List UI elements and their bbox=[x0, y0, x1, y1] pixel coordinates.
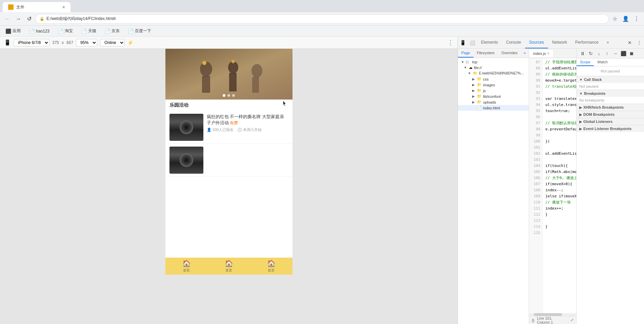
pause-on-exceptions-button[interactable]: ⏹ bbox=[628, 50, 635, 57]
home-icon-1: 🏠 bbox=[182, 259, 191, 267]
tree-item-css[interactable]: ▶ 📁 css bbox=[458, 76, 529, 82]
tree-item-file[interactable]: ▼ ☁ file:// bbox=[458, 65, 529, 70]
step-out-button[interactable]: ↑ bbox=[604, 50, 610, 57]
file-index-icon: 📄 bbox=[477, 106, 482, 110]
tree-arrow-file: ▼ bbox=[463, 66, 467, 70]
profile-button[interactable]: 👤 bbox=[621, 14, 630, 24]
performance-tab[interactable]: Performance bbox=[571, 37, 603, 48]
tree-arrow-js: ▶ bbox=[471, 89, 476, 93]
overrides-tab[interactable]: Overrides bbox=[498, 49, 521, 58]
breakpoints-header[interactable]: ▼ Breakpoints bbox=[577, 90, 644, 97]
xhr-arrow: ▶ bbox=[579, 106, 582, 109]
back-button[interactable]: ← bbox=[3, 14, 12, 24]
code-scrollbar-thumb[interactable] bbox=[534, 313, 562, 316]
bookmark-baidu[interactable]: 📄 百度一下 bbox=[125, 27, 154, 35]
code-content[interactable]: // 手指滑动轮播图 ul.addEventListener('touchmov… bbox=[543, 58, 576, 313]
pause-button[interactable]: ⏸ bbox=[579, 50, 586, 57]
tree-item-path[interactable]: ▼ 📁 E:/web%E5%89%8D%E7%AB%AF%E4% bbox=[458, 70, 529, 76]
elements-tab[interactable]: Elements bbox=[477, 37, 502, 48]
inspect-element-button[interactable]: 📱 bbox=[458, 38, 467, 47]
sources-tab[interactable]: Sources bbox=[525, 37, 548, 48]
line-numbers: 8788899091929394959697989910010110210310… bbox=[529, 58, 543, 313]
menu-button[interactable]: ⋮ bbox=[632, 14, 641, 24]
more-tabs[interactable]: » bbox=[603, 37, 613, 48]
step-into-button[interactable]: ↓ bbox=[596, 50, 602, 57]
line-number: 115 bbox=[529, 230, 542, 236]
code-line: // 取消默认滑动屏幕行为 bbox=[545, 121, 573, 127]
bookmark-tianmao[interactable]: 📄 天猫 bbox=[78, 27, 99, 35]
call-stack-header[interactable]: ▼ Call Stack bbox=[577, 76, 644, 83]
star-button[interactable]: ☆ bbox=[610, 14, 620, 24]
scope-tab[interactable]: Scope bbox=[577, 59, 594, 66]
code-line bbox=[545, 157, 573, 163]
global-listeners-header[interactable]: ▶ Global Listeners bbox=[577, 118, 644, 125]
section-title-text: 乐园活动 bbox=[169, 102, 188, 108]
step-button[interactable]: → bbox=[612, 50, 619, 57]
tab-close-button[interactable]: × bbox=[62, 4, 65, 10]
address-bar[interactable]: 🔒 E:/web前端代码/day14/FC/index.html# bbox=[35, 14, 609, 24]
code-line bbox=[545, 90, 573, 96]
devtools-main-tabs: Elements Console Sources Network Perform… bbox=[477, 37, 613, 48]
code-tab-close[interactable]: × bbox=[547, 51, 549, 56]
code-line bbox=[545, 145, 573, 151]
line-number: 103 bbox=[529, 157, 542, 163]
device-mode-button[interactable]: ⬜ bbox=[467, 38, 477, 47]
tianmao-icon: 📄 bbox=[81, 28, 87, 34]
bottom-nav-item-1[interactable]: 🏠 首页 bbox=[165, 259, 208, 273]
bottom-nav-item-2[interactable]: 🏠 首页 bbox=[208, 259, 250, 273]
device-toolbar-menu[interactable]: ⋮ bbox=[447, 39, 454, 46]
bookmark-apps-label: 应用 bbox=[13, 28, 21, 34]
network-tab[interactable]: Network bbox=[548, 37, 571, 48]
format-braces[interactable]: {} bbox=[532, 318, 534, 322]
code-editor-tab-indexjs[interactable]: index.js × bbox=[529, 50, 554, 57]
devtools-close-button[interactable]: ✕ bbox=[625, 38, 635, 47]
console-tab[interactable]: Console bbox=[502, 37, 525, 48]
code-line: index++; bbox=[545, 206, 573, 212]
sources-more-tabs[interactable]: » bbox=[521, 49, 528, 58]
xhr-breakpoints-header[interactable]: ▶ XHR/fetch Breakpoints bbox=[577, 104, 644, 111]
line-number: 87 bbox=[529, 60, 542, 66]
bookmark-apps[interactable]: ⬛ 应用 bbox=[3, 27, 23, 35]
code-scrollbar[interactable] bbox=[529, 313, 576, 316]
deactivate-breakpoints-button[interactable]: ⬛ bbox=[620, 50, 627, 57]
bookmark-jd[interactable]: 📄 京东 bbox=[102, 27, 122, 35]
page-tab[interactable]: Page bbox=[458, 49, 474, 58]
tree-item-index-html[interactable]: 📄 index.html bbox=[458, 105, 529, 111]
dom-breakpoints-header[interactable]: ▶ DOM Breakpoints bbox=[577, 111, 644, 118]
home-label-2: 首页 bbox=[225, 268, 232, 273]
home-icon-2: 🏠 bbox=[225, 259, 233, 267]
browser-tab[interactable]: 文件 × bbox=[3, 2, 71, 12]
tree-label-index: index.html bbox=[483, 106, 500, 110]
tree-item-images[interactable]: ▶ 📁 images bbox=[458, 82, 529, 88]
devtools-dock-button[interactable]: ⋮ bbox=[635, 38, 644, 47]
tree-arrow-index bbox=[471, 106, 476, 110]
line-number: 112 bbox=[529, 212, 542, 218]
bookmark-hao123[interactable]: 📄 hao123 bbox=[26, 27, 52, 35]
code-area[interactable]: 8788899091929394959697989910010110210310… bbox=[529, 58, 576, 313]
bookmark-hao123-label: hao123 bbox=[36, 29, 49, 34]
zoom-select[interactable]: 95% bbox=[76, 39, 97, 46]
filesystem-tab[interactable]: Filesystem bbox=[474, 49, 498, 58]
tree-item-lib[interactable]: ▶ 📁 lib/iconfont bbox=[458, 93, 529, 99]
browser-toolbar: ← → ↺ 🔒 E:/web前端代码/day14/FC/index.html# … bbox=[0, 12, 644, 26]
tree-item-top[interactable]: ▼ □ top bbox=[458, 59, 529, 65]
tree-item-uploads[interactable]: ▶ 📁 uploads bbox=[458, 99, 529, 105]
code-line: if(Math.abs(moveX)>liSt bbox=[545, 169, 573, 175]
bottom-nav: 🏠 首页 🏠 首页 🏠 首页 bbox=[165, 258, 293, 275]
step-over-button[interactable]: ↻ bbox=[587, 50, 594, 57]
bottom-nav-item-3[interactable]: 🏠 首页 bbox=[250, 259, 293, 273]
tree-item-js[interactable]: ▶ 📁 js bbox=[458, 88, 529, 93]
line-number: 100 bbox=[529, 139, 542, 145]
network-select[interactable]: Online bbox=[100, 39, 125, 46]
camera-lens-2 bbox=[180, 153, 193, 167]
device-select[interactable]: iPhone 6/7/8 bbox=[14, 39, 49, 46]
breakpoints-arrow: ▼ bbox=[579, 92, 583, 95]
expand-status[interactable]: ⤢ bbox=[570, 318, 573, 322]
activity-card-1[interactable]: 进行中 疯狂的红包 不一样的撕名牌 大型家庭亲子户外活动 免费 👤 bbox=[165, 111, 293, 144]
forward-button[interactable]: → bbox=[14, 14, 23, 24]
bookmark-taobao[interactable]: 📄 淘宝 bbox=[55, 27, 76, 35]
activity-card-2[interactable]: 进行中 bbox=[165, 144, 293, 177]
reload-button[interactable]: ↺ bbox=[24, 14, 34, 24]
watch-tab[interactable]: Watch bbox=[594, 59, 611, 66]
event-listeners-header[interactable]: ▶ Event Listener Breakpoints bbox=[577, 125, 644, 132]
